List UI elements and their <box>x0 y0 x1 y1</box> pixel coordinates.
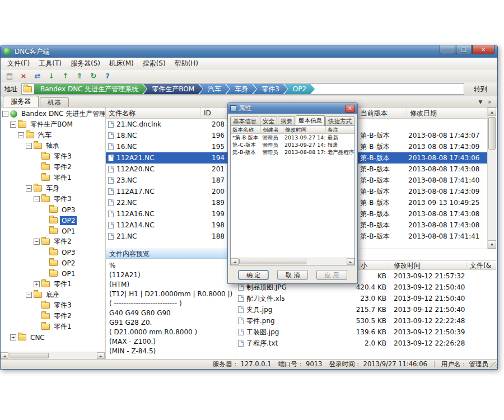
tree-item[interactable]: OP2 <box>1 258 105 268</box>
tab-list-dropdown-icon[interactable]: ▼ <box>479 99 483 105</box>
attachment-row[interactable]: 工装图.jpg139.6 KB2013-09-12 21:50:39 <box>236 326 496 338</box>
tree-item[interactable]: 零件2 <box>1 311 105 321</box>
column-header-file[interactable]: 文件(& <box>470 261 491 270</box>
tree-item[interactable]: 零件1 <box>1 172 105 183</box>
dialog-tab[interactable]: 版本信息 <box>296 115 325 125</box>
tree-item[interactable]: OP1 <box>1 226 105 236</box>
scroll-up-icon[interactable]: ▲ <box>488 108 496 116</box>
attachment-row[interactable]: 子程序.txt2.0 KB2013-09-12 22:26:28 <box>236 338 496 349</box>
tree-item[interactable]: OP3 <box>1 247 105 258</box>
scrollbar-track[interactable] <box>8 352 97 359</box>
tree-expander-icon[interactable]: − <box>34 196 40 202</box>
tree-expander-icon[interactable]: − <box>26 292 32 298</box>
scroll-right-icon[interactable]: ► <box>347 258 354 265</box>
tree-item[interactable]: −Bandex DNC 先进生产管理系统 <box>1 109 105 119</box>
upload-icon[interactable]: ↑ <box>60 71 71 81</box>
scroll-left-icon[interactable]: ◄ <box>1 352 8 359</box>
breadcrumb-segment[interactable]: OP2 <box>284 83 315 95</box>
breadcrumb-segment[interactable]: 零件生产BOM <box>143 83 203 95</box>
dialog-tab[interactable]: 安全 <box>260 116 277 125</box>
dialog-close-button[interactable]: × <box>345 105 355 113</box>
scroll-right-icon[interactable]: ► <box>97 352 105 359</box>
tree-item[interactable]: −底座 <box>1 290 105 300</box>
view-tab[interactable]: 机器 <box>40 97 69 107</box>
tree-expander-icon[interactable]: − <box>26 143 32 149</box>
tree-item[interactable]: −零件2 <box>1 236 105 247</box>
ok-button[interactable]: 确 定 <box>238 270 269 280</box>
column-header-modified-time[interactable]: 修改时间 <box>283 126 326 134</box>
tree-item[interactable]: −零件生产BOM <box>1 119 105 130</box>
column-header-note[interactable]: 备注 <box>326 126 354 134</box>
scroll-left-icon[interactable]: ◄ <box>231 258 239 265</box>
tree-expander-icon[interactable]: − <box>34 239 40 245</box>
scrollbar-thumb[interactable] <box>488 117 496 150</box>
tree-item[interactable]: 零件2 <box>1 162 105 172</box>
tree-item[interactable]: 零件3 <box>1 151 105 162</box>
column-header-date[interactable]: 修改日期 <box>407 108 488 119</box>
program-icon[interactable]: ▤ <box>4 71 15 81</box>
download-icon[interactable]: ↓ <box>46 71 57 81</box>
breadcrumb-segment[interactable]: 零件3 <box>253 83 288 95</box>
minimize-button[interactable]: – <box>440 45 455 54</box>
go-button[interactable]: 转到 <box>468 83 493 95</box>
scroll-down-icon[interactable]: ▼ <box>488 240 496 249</box>
breadcrumb-segment[interactable]: 车身 <box>226 83 256 95</box>
menu-item[interactable]: 服务器(S) <box>66 58 105 69</box>
transfer-icon[interactable]: ⇄ <box>32 71 43 81</box>
attachment-row[interactable]: 配刀文件.xls23.0 KB2013-09-12 21:50:40 <box>236 293 496 304</box>
close-button[interactable]: × <box>472 45 494 54</box>
tree-item[interactable]: −汽车 <box>1 130 105 141</box>
menu-item[interactable]: 帮助(H) <box>170 58 203 69</box>
resize-grip-icon[interactable] <box>490 362 497 368</box>
column-header-creator[interactable]: 创建者 <box>261 126 283 134</box>
tab-close-icon[interactable]: × <box>487 99 492 105</box>
menu-item[interactable]: 文件(F) <box>3 58 34 69</box>
tree-item[interactable]: −零件3 <box>1 194 105 204</box>
tree-expander-icon[interactable]: − <box>10 122 16 128</box>
breadcrumb-segment[interactable]: 汽车 <box>199 83 230 95</box>
tree-expander-icon[interactable]: − <box>2 111 8 117</box>
help-icon[interactable]: ? <box>102 71 113 81</box>
menu-item[interactable]: 机床(M) <box>105 58 138 69</box>
scrollbar-track[interactable] <box>239 258 347 265</box>
tree-expander-icon[interactable]: − <box>18 132 24 138</box>
column-header-version-name[interactable]: 版本名称 <box>231 126 261 134</box>
tree-expander-icon[interactable]: + <box>34 281 40 287</box>
column-header-id[interactable]: ID <box>201 108 227 119</box>
tree-item[interactable]: −轴承 <box>1 141 105 151</box>
tree-item[interactable]: 零件1 <box>1 321 105 332</box>
tree-item[interactable]: OP1 <box>1 268 105 279</box>
menu-item[interactable]: 搜索(S) <box>138 58 170 69</box>
tree-item[interactable]: +零件1 <box>1 279 105 290</box>
cancel-button[interactable]: 取 消 <box>277 270 308 280</box>
maximize-button[interactable]: □ <box>456 45 472 54</box>
scrollbar-thumb[interactable] <box>10 353 49 358</box>
dialog-tab[interactable]: 摘要 <box>278 116 295 125</box>
version-row[interactable]: 第-B-版本管理员2013-08-08 17:...老产品程序 <box>231 148 354 156</box>
send-icon[interactable]: ⇑ <box>74 71 85 81</box>
menu-item[interactable]: 工具(T) <box>34 58 66 69</box>
refresh-icon[interactable]: ↻ <box>88 71 99 81</box>
tree-item[interactable]: 零件3 <box>1 300 105 311</box>
tree-item[interactable]: −车身 <box>1 183 105 194</box>
column-header-modified[interactable]: 修改时间 <box>394 261 421 270</box>
column-header-size[interactable]: 小 <box>361 261 367 270</box>
breadcrumb-segment[interactable]: Bandex DNC 先进生产管理系统 <box>34 83 147 95</box>
column-header-name[interactable]: 文件名称 <box>106 108 201 119</box>
version-row[interactable]: 第-C-版本管理员2013-09-27 14:...报废 <box>231 141 354 148</box>
tree-expander-icon[interactable]: + <box>10 334 16 340</box>
tree-expander-icon[interactable]: − <box>26 185 32 192</box>
dialog-tab[interactable]: 基本信息 <box>230 116 259 125</box>
attachment-row[interactable]: 零件.png530.5 KB2013-09-12 22:22:48 <box>236 315 496 326</box>
scrollbar-thumb[interactable] <box>239 259 306 264</box>
column-header-version[interactable]: 当前版本 <box>358 108 407 119</box>
tree-item[interactable]: +CNC <box>1 332 105 343</box>
tree-item[interactable]: OP2 <box>1 215 105 226</box>
tree-item[interactable]: OP3 <box>1 204 105 215</box>
view-tab[interactable]: 服务器 <box>3 96 39 107</box>
version-row[interactable]: *第-B-版本管理员2013-09-27 14:...最新 <box>231 134 354 141</box>
delete-icon[interactable]: × <box>18 71 29 81</box>
dialog-tab[interactable]: 快捷方式 <box>325 116 354 125</box>
apply-button[interactable]: 应 用 <box>316 270 347 280</box>
attachment-row[interactable]: 夹具.jpg215.7 KB2013-09-12 21:50:40 <box>236 304 496 315</box>
